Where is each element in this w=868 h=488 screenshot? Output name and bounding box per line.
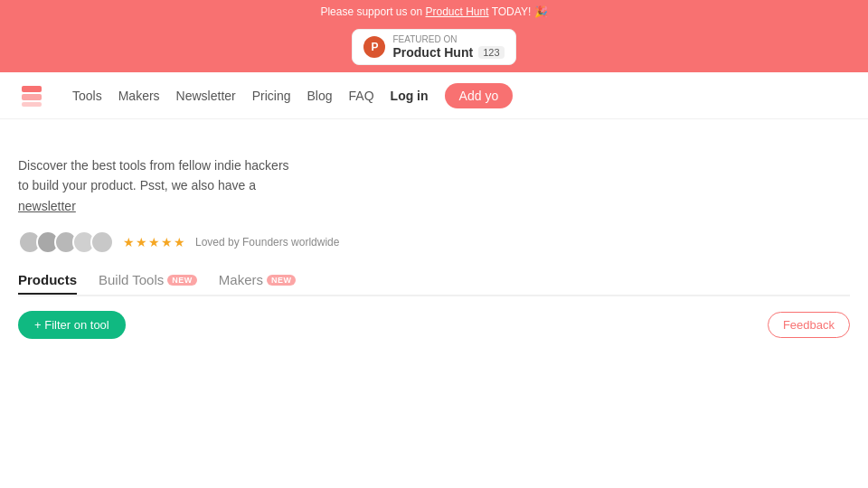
banner-ph-link[interactable]: Product Hunt xyxy=(426,5,489,18)
star-rating: ★★★★★ xyxy=(123,235,186,249)
nav-tools[interactable]: Tools xyxy=(72,89,102,103)
nav-links: Tools Makers Newsletter Pricing Blog FAQ… xyxy=(72,83,850,108)
ph-badge-container: P FEATURED ON Product Hunt 123 xyxy=(0,23,868,72)
tab-makers-label: Makers xyxy=(219,272,263,287)
nav-add-button[interactable]: Add yo xyxy=(445,83,514,108)
tab-build-tools[interactable]: Build Tools NEW xyxy=(99,272,197,293)
nav-pricing[interactable]: Pricing xyxy=(252,89,291,103)
tab-products[interactable]: Products xyxy=(18,272,77,295)
tab-makers[interactable]: Makers NEW xyxy=(219,272,297,293)
product-hunt-banner: Please support us on Product Hunt TODAY!… xyxy=(0,0,868,23)
filter-row: + Filter on tool Feedback xyxy=(18,311,850,339)
ph-badge-prelabel: FEATURED ON xyxy=(392,34,504,45)
ph-badge-title: Product Hunt xyxy=(392,45,473,60)
makers-badge: NEW xyxy=(267,275,297,286)
build-tools-badge: NEW xyxy=(167,275,197,286)
ph-logo-icon: P xyxy=(363,36,385,58)
avatar-group xyxy=(18,230,114,254)
filter-button[interactable]: + Filter on tool xyxy=(18,311,126,339)
newsletter-link[interactable]: newsletter xyxy=(18,199,76,213)
hero-description: Discover the best tools from fellow indi… xyxy=(18,155,289,216)
nav-blog[interactable]: Blog xyxy=(307,89,333,103)
ph-badge-count: 123 xyxy=(478,46,504,59)
logo[interactable] xyxy=(18,82,45,109)
nav-faq[interactable]: FAQ xyxy=(349,89,374,103)
nav-newsletter[interactable]: Newsletter xyxy=(176,89,236,103)
tab-build-tools-label: Build Tools xyxy=(99,272,164,287)
navbar: Tools Makers Newsletter Pricing Blog FAQ… xyxy=(0,72,868,119)
avatar xyxy=(90,230,114,254)
svg-rect-1 xyxy=(22,94,42,100)
tabs: Products Build Tools NEW Makers NEW xyxy=(18,272,850,296)
nav-makers[interactable]: Makers xyxy=(118,89,160,103)
svg-rect-0 xyxy=(22,86,42,92)
loved-text: Loved by Founders worldwide xyxy=(195,236,339,249)
tab-products-label: Products xyxy=(18,272,77,287)
main-content: Discover the best tools from fellow indi… xyxy=(0,119,868,357)
svg-rect-2 xyxy=(22,102,42,107)
nav-login[interactable]: Log in xyxy=(391,89,429,103)
ph-badge[interactable]: P FEATURED ON Product Hunt 123 xyxy=(352,29,515,65)
social-proof: ★★★★★ Loved by Founders worldwide xyxy=(18,230,850,254)
logo-icon xyxy=(18,82,45,109)
banner-text: Please support us on Product Hunt TODAY!… xyxy=(320,5,547,18)
feedback-button[interactable]: Feedback xyxy=(768,312,850,338)
ph-badge-info: FEATURED ON Product Hunt 123 xyxy=(392,34,504,60)
